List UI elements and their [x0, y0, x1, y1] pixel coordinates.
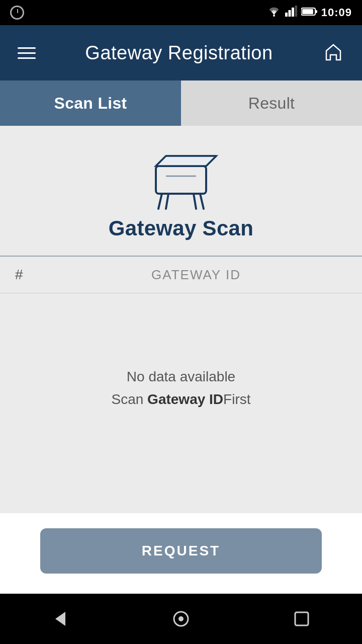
svg-point-0: [273, 15, 275, 17]
svg-marker-12: [156, 156, 216, 166]
col-gateway-id-header: GATEWAY ID: [45, 267, 347, 283]
scan-image-area: Gateway Scan: [109, 126, 253, 251]
svg-line-16: [194, 194, 196, 209]
svg-rect-21: [295, 612, 308, 625]
request-button[interactable]: REQUEST: [40, 528, 322, 574]
gateway-scan-icon: [141, 146, 221, 211]
header-title: Gateway Registration: [85, 42, 273, 64]
home-button[interactable]: [320, 38, 347, 67]
clock-icon: [10, 6, 24, 20]
main-content: Gateway Scan # GATEWAY ID No data availa…: [0, 126, 362, 513]
recent-apps-button[interactable]: [282, 599, 322, 639]
svg-rect-2: [288, 10, 291, 17]
svg-marker-18: [55, 612, 65, 626]
col-num-header: #: [15, 267, 45, 283]
tab-scan-list[interactable]: Scan List: [0, 80, 181, 126]
status-time: 10:09: [321, 6, 352, 19]
no-data-message: No data available Scan Gateway IDFirst: [112, 366, 251, 411]
svg-rect-8: [156, 166, 206, 194]
svg-line-14: [200, 194, 204, 209]
battery-icon: [301, 6, 317, 19]
svg-rect-4: [295, 6, 297, 17]
svg-rect-7: [315, 10, 317, 13]
menu-button[interactable]: [15, 45, 38, 61]
table-header: # GATEWAY ID: [0, 257, 362, 293]
request-btn-area: REQUEST: [0, 513, 362, 594]
home-nav-button[interactable]: [161, 599, 201, 639]
status-left: [10, 6, 24, 20]
status-right: 10:09: [267, 6, 352, 20]
svg-line-13: [158, 194, 162, 209]
signal-icon: [285, 6, 297, 20]
tab-result[interactable]: Result: [181, 80, 362, 126]
svg-point-20: [178, 616, 184, 621]
svg-rect-1: [285, 13, 288, 17]
status-bar: 10:09: [0, 0, 362, 25]
nav-bar: [0, 594, 362, 644]
empty-state: No data available Scan Gateway IDFirst: [112, 293, 251, 513]
app-header: Gateway Registration: [0, 25, 362, 80]
svg-line-15: [166, 194, 168, 209]
wifi-icon: [267, 6, 281, 20]
svg-rect-6: [302, 9, 313, 14]
back-button[interactable]: [40, 599, 80, 639]
gateway-scan-title: Gateway Scan: [109, 216, 253, 240]
section-divider: [0, 256, 362, 257]
svg-rect-3: [292, 8, 294, 17]
tabs-container: Scan List Result: [0, 80, 362, 126]
